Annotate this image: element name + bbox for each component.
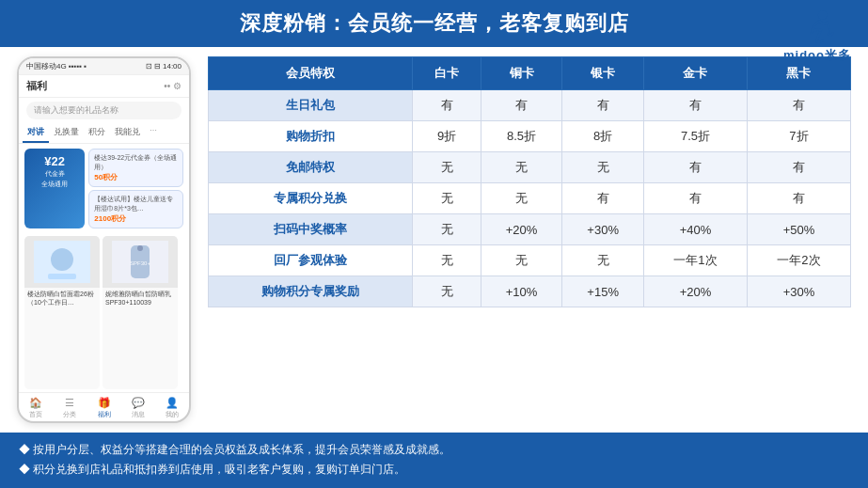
page-title: 深度粉销：会员统一经营，老客复购到店 [240,11,629,35]
phone-title-text: 福利 [26,79,47,93]
table-cell: +20% [643,276,747,307]
nav-category-label: 分类 [63,410,76,419]
table-row-label: 回厂参观体验 [209,245,413,276]
footer-line-1: ◆ 按用户分层、权益分等搭建合理的会员权益及成长体系，提升会员荣誉感及成就感。 [19,440,849,461]
table-cell: 无 [481,183,562,214]
logo-area: midoo米多 [783,8,851,64]
table-cell: 有 [747,90,850,121]
svg-point-6 [137,245,143,251]
table-cell: 无 [413,276,481,307]
phone-tab-duihuanliang[interactable]: 兑换量 [49,123,84,143]
coupon-card-2-label: 【楼达试用】楼达儿童送专用湿巾8片*3包… [94,195,178,213]
table-cell: +15% [562,276,644,307]
table-row-label: 专属积分兑换 [209,183,413,214]
phone-title-bar: 福利 •• ⚙ [19,75,189,98]
table-cell: 无 [413,214,481,245]
coupon-card-2-points: 2100积分 [94,213,178,224]
table-row-label: 生日礼包 [209,90,413,121]
phone-product-2[interactable]: SPF30+ 妮维雅防晒白皙防晒乳SPF30+110039 [103,236,178,389]
coupon-card-1[interactable]: 楼达39-22元代金券（全场通用） 50积分 [88,149,183,187]
table-header-row: 会员特权 白卡 铜卡 银卡 金卡 黑卡 [209,57,851,90]
table-cell: +40% [643,214,747,245]
table-row: 免邮特权无无无有有 [209,152,851,183]
phone-product-1[interactable]: 楼达防晒白皙面霜26粉（10个工作日… [24,236,100,389]
coupon-card-2[interactable]: 【楼达试用】楼达儿童送专用湿巾8片*3包… 2100积分 [88,190,183,228]
table-cell: 无 [562,245,644,276]
phone-status-bar: 中国移动4G ▪▪▪▪▪ ▪ ⊡ ⊟ 14:00 [19,58,189,75]
table-row: 购物积分专属奖励无+10%+15%+20%+30% [209,276,851,307]
table-cell: 有 [643,152,747,183]
table-cell: 一年2次 [747,245,850,276]
table-cell: 有 [643,90,747,121]
coupon-card-1-label: 楼达39-22元代金券（全场通用） [94,153,178,172]
table-cell: +30% [747,276,850,307]
table-row-label: 购物积分专属奖励 [209,276,413,307]
phone-tab-more[interactable]: ⋯ [145,123,162,143]
phone-bottom-nav: 🏠 首页 ☰ 分类 🎁 福利 💬 消息 👤 我的 [19,392,189,421]
table-cell: 8折 [562,121,644,152]
table-cell: +20% [481,214,562,245]
nav-home-label: 首页 [29,410,42,419]
product-1-desc: 楼达防晒白皙面霜26粉（10个工作日… [24,288,100,308]
col-header-bronze: 铜卡 [481,57,562,90]
phone-search-bar[interactable]: 请输入想要的礼品名称 [26,102,181,119]
table-row: 扫码中奖概率无+20%+30%+40%+50% [209,214,851,245]
time-text: ⊡ ⊟ 14:00 [146,62,181,71]
product-2-desc: 妮维雅防晒白皙防晒乳SPF30+110039 [103,288,178,308]
phone-tabs: 对讲 兑换量 积分 我能兑 ⋯ [19,123,189,144]
table-row: 购物折扣9折8.5折8折7.5折7折 [209,121,851,152]
phone-nav-welfare[interactable]: 🎁 福利 [87,397,120,419]
phone-nav-message[interactable]: 💬 消息 [121,397,155,419]
phone-tab-wonengdui[interactable]: 我能兑 [110,123,145,143]
phone-mockup: 中国移动4G ▪▪▪▪▪ ▪ ⊡ ⊟ 14:00 福利 •• ⚙ 请输入想要的礼… [17,56,191,423]
table-row: 生日礼包有有有有有 [209,90,851,121]
table-cell: 有 [643,183,747,214]
footer-line-2: ◆ 积分兑换到店礼品和抵扣券到店使用，吸引老客户复购，复购订单归门店。 [19,460,849,480]
footer: ◆ 按用户分层、权益分等搭建合理的会员权益及成长体系，提升会员荣誉感及成就感。 … [0,433,868,488]
table-row-label: 扫码中奖概率 [209,214,413,245]
col-header-gold: 金卡 [643,57,747,90]
table-cell: 9折 [413,121,481,152]
table-cell: 无 [562,152,644,183]
table-cell: 无 [413,152,481,183]
table-cell: +10% [481,276,562,307]
coupon-scope: 全场通用 [41,180,68,189]
search-placeholder: 请输入想要的礼品名称 [34,105,118,115]
nav-welfare-label: 福利 [98,410,111,419]
table-area: 会员特权 白卡 铜卡 银卡 金卡 黑卡 生日礼包有有有有有购物折扣9折8.5折8… [208,56,851,423]
footer-line-1-text: ◆ 按用户分层、权益分等搭建合理的会员权益及成长体系，提升会员荣誉感及成就感。 [19,440,450,461]
table-cell: 有 [747,183,850,214]
svg-point-0 [818,10,828,20]
table-cell: +30% [562,214,644,245]
table-cell: 有 [562,90,644,121]
product-1-img [24,236,100,288]
phone-nav-category[interactable]: ☰ 分类 [53,397,87,419]
table-cell: 无 [413,245,481,276]
table-cell: 7.5折 [643,121,747,152]
col-header-white: 白卡 [413,57,481,90]
logo-text: midoo米多 [783,47,851,64]
phone-coupon-row: ¥22 代金券 全场通用 楼达39-22元代金券（全场通用） 50积分 【楼达试… [19,144,189,233]
phone-nav-home[interactable]: 🏠 首页 [19,397,53,419]
footer-line-2-text: ◆ 积分兑换到店礼品和抵扣券到店使用，吸引老客户复购，复购订单归门店。 [19,460,405,480]
col-header-privilege: 会员特权 [209,57,413,90]
carrier-text: 中国移动4G ▪▪▪▪▪ ▪ [26,61,87,71]
table-row: 回厂参观体验无无无一年1次一年2次 [209,245,851,276]
nav-mine-label: 我的 [166,410,179,419]
table-cell: 有 [413,90,481,121]
nav-message-label: 消息 [132,410,145,419]
table-row-label: 免邮特权 [209,152,413,183]
table-cell: 8.5折 [481,121,562,152]
product-2-img: SPF30+ [103,236,178,288]
phone-tab-duijiang[interactable]: 对讲 [23,123,49,143]
table-cell: 7折 [747,121,850,152]
table-cell: +50% [747,214,850,245]
table-cell: 无 [481,245,562,276]
phone-nav-mine[interactable]: 👤 我的 [155,397,189,419]
table-cell: 有 [747,152,850,183]
phone-title-icons: •• ⚙ [164,81,181,91]
phone-coupon-main[interactable]: ¥22 代金券 全场通用 [24,149,85,228]
svg-rect-3 [48,274,76,279]
phone-product-grid: 楼达防晒白皙面霜26粉（10个工作日… SPF30+ 妮维雅防晒白皙防晒乳SPF… [19,233,189,392]
phone-tab-jifen[interactable]: 积分 [84,123,110,143]
